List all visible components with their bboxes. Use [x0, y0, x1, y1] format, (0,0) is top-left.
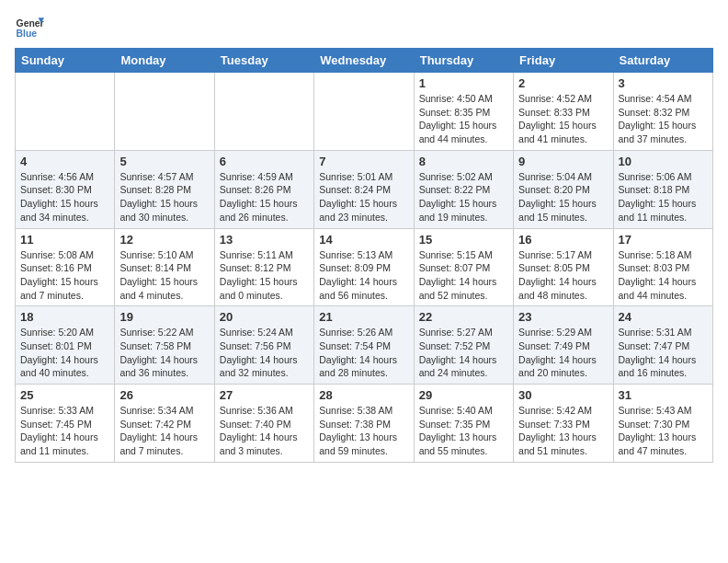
- day-detail: Sunrise: 5:17 AMSunset: 8:05 PMDaylight:…: [518, 248, 608, 303]
- calendar-cell: 2Sunrise: 4:52 AMSunset: 8:33 PMDaylight…: [514, 73, 613, 151]
- svg-text:Blue: Blue: [17, 29, 38, 39]
- calendar-table: SundayMondayTuesdayWednesdayThursdayFrid…: [15, 48, 713, 463]
- day-number: 30: [518, 388, 608, 402]
- day-detail: Sunrise: 5:34 AMSunset: 7:42 PMDaylight:…: [119, 404, 209, 458]
- calendar-cell: 25Sunrise: 5:33 AMSunset: 7:45 PMDayligh…: [16, 385, 115, 463]
- day-number: 23: [518, 310, 608, 324]
- day-number: 10: [619, 155, 708, 168]
- day-number: 28: [319, 388, 408, 402]
- calendar-cell: 24Sunrise: 5:31 AMSunset: 7:47 PMDayligh…: [613, 306, 712, 385]
- day-detail: Sunrise: 5:31 AMSunset: 7:47 PMDaylight:…: [619, 326, 708, 380]
- day-number: 13: [220, 233, 309, 247]
- logo-icon: General Blue: [15, 15, 44, 40]
- weekday-header-sunday: Sunday: [16, 49, 115, 73]
- day-detail: Sunrise: 5:36 AMSunset: 7:40 PMDaylight:…: [220, 404, 309, 458]
- day-number: 18: [20, 310, 109, 324]
- day-number: 4: [20, 155, 109, 168]
- calendar-cell: [214, 73, 313, 151]
- calendar-week-row: 4Sunrise: 4:56 AMSunset: 8:30 PMDaylight…: [16, 150, 713, 228]
- day-detail: Sunrise: 5:22 AMSunset: 7:58 PMDaylight:…: [119, 326, 209, 380]
- day-number: 12: [119, 233, 209, 247]
- day-detail: Sunrise: 5:29 AMSunset: 7:49 PMDaylight:…: [518, 326, 608, 380]
- calendar-cell: 10Sunrise: 5:06 AMSunset: 8:18 PMDayligh…: [613, 150, 712, 228]
- calendar-cell: 11Sunrise: 5:08 AMSunset: 8:16 PMDayligh…: [16, 228, 115, 306]
- day-detail: Sunrise: 5:20 AMSunset: 8:01 PMDaylight:…: [20, 326, 109, 380]
- calendar-week-row: 11Sunrise: 5:08 AMSunset: 8:16 PMDayligh…: [16, 228, 713, 306]
- day-number: 31: [619, 388, 708, 402]
- day-detail: Sunrise: 5:24 AMSunset: 7:56 PMDaylight:…: [220, 326, 309, 380]
- calendar-cell: 3Sunrise: 4:54 AMSunset: 8:32 PMDaylight…: [613, 73, 712, 151]
- day-detail: Sunrise: 4:56 AMSunset: 8:30 PMDaylight:…: [20, 170, 109, 224]
- day-detail: Sunrise: 5:13 AMSunset: 8:09 PMDaylight:…: [319, 248, 408, 303]
- calendar-cell: 21Sunrise: 5:26 AMSunset: 7:54 PMDayligh…: [314, 306, 414, 385]
- calendar-cell: 18Sunrise: 5:20 AMSunset: 8:01 PMDayligh…: [16, 306, 115, 385]
- calendar-cell: 15Sunrise: 5:15 AMSunset: 8:07 PMDayligh…: [414, 228, 513, 306]
- day-number: 17: [619, 233, 708, 247]
- day-number: 25: [20, 388, 109, 402]
- calendar-cell: 29Sunrise: 5:40 AMSunset: 7:35 PMDayligh…: [414, 385, 513, 463]
- calendar-cell: 22Sunrise: 5:27 AMSunset: 7:52 PMDayligh…: [414, 306, 513, 385]
- day-number: 8: [419, 155, 508, 168]
- day-number: 27: [220, 388, 309, 402]
- day-detail: Sunrise: 4:57 AMSunset: 8:28 PMDaylight:…: [119, 170, 209, 224]
- calendar-cell: 6Sunrise: 4:59 AMSunset: 8:26 PMDaylight…: [214, 150, 313, 228]
- weekday-header-monday: Monday: [115, 49, 214, 73]
- calendar-cell: [115, 73, 214, 151]
- weekday-header-friday: Friday: [514, 49, 613, 73]
- day-detail: Sunrise: 5:43 AMSunset: 7:30 PMDaylight:…: [619, 404, 708, 458]
- day-detail: Sunrise: 5:08 AMSunset: 8:16 PMDaylight:…: [20, 248, 109, 303]
- day-detail: Sunrise: 5:26 AMSunset: 7:54 PMDaylight:…: [319, 326, 408, 380]
- day-detail: Sunrise: 5:06 AMSunset: 8:18 PMDaylight:…: [619, 170, 708, 224]
- day-number: 5: [119, 155, 209, 168]
- day-detail: Sunrise: 4:54 AMSunset: 8:32 PMDaylight:…: [619, 92, 708, 146]
- calendar-week-row: 25Sunrise: 5:33 AMSunset: 7:45 PMDayligh…: [16, 385, 713, 463]
- calendar-cell: 8Sunrise: 5:02 AMSunset: 8:22 PMDaylight…: [414, 150, 513, 228]
- day-number: 19: [119, 310, 209, 324]
- day-detail: Sunrise: 5:04 AMSunset: 8:20 PMDaylight:…: [518, 170, 608, 224]
- weekday-header-thursday: Thursday: [414, 49, 513, 73]
- day-detail: Sunrise: 5:33 AMSunset: 7:45 PMDaylight:…: [20, 404, 109, 458]
- day-number: 11: [20, 233, 109, 247]
- calendar-cell: 17Sunrise: 5:18 AMSunset: 8:03 PMDayligh…: [613, 228, 712, 306]
- day-number: 2: [518, 76, 608, 90]
- calendar-body: 1Sunrise: 4:50 AMSunset: 8:35 PMDaylight…: [16, 73, 713, 463]
- day-detail: Sunrise: 5:27 AMSunset: 7:52 PMDaylight:…: [419, 326, 508, 380]
- calendar-cell: 5Sunrise: 4:57 AMSunset: 8:28 PMDaylight…: [115, 150, 214, 228]
- calendar-cell: 7Sunrise: 5:01 AMSunset: 8:24 PMDaylight…: [314, 150, 414, 228]
- calendar-cell: 9Sunrise: 5:04 AMSunset: 8:20 PMDaylight…: [514, 150, 613, 228]
- day-detail: Sunrise: 5:10 AMSunset: 8:14 PMDaylight:…: [119, 248, 209, 303]
- calendar-cell: 19Sunrise: 5:22 AMSunset: 7:58 PMDayligh…: [115, 306, 214, 385]
- day-detail: Sunrise: 5:42 AMSunset: 7:33 PMDaylight:…: [518, 404, 608, 458]
- calendar-cell: 14Sunrise: 5:13 AMSunset: 8:09 PMDayligh…: [314, 228, 414, 306]
- day-number: 7: [319, 155, 408, 168]
- calendar-week-row: 18Sunrise: 5:20 AMSunset: 8:01 PMDayligh…: [16, 306, 713, 385]
- day-detail: Sunrise: 5:11 AMSunset: 8:12 PMDaylight:…: [220, 248, 309, 303]
- logo: General Blue: [15, 15, 48, 40]
- day-detail: Sunrise: 4:52 AMSunset: 8:33 PMDaylight:…: [518, 92, 608, 146]
- weekday-header-tuesday: Tuesday: [214, 49, 313, 73]
- weekday-header-wednesday: Wednesday: [314, 49, 414, 73]
- day-detail: Sunrise: 5:15 AMSunset: 8:07 PMDaylight:…: [419, 248, 508, 303]
- page-header: General Blue: [15, 15, 713, 40]
- calendar-week-row: 1Sunrise: 4:50 AMSunset: 8:35 PMDaylight…: [16, 73, 713, 151]
- calendar-cell: [314, 73, 414, 151]
- calendar-header-row: SundayMondayTuesdayWednesdayThursdayFrid…: [16, 49, 713, 73]
- day-number: 9: [518, 155, 608, 168]
- calendar-cell: 28Sunrise: 5:38 AMSunset: 7:38 PMDayligh…: [314, 385, 414, 463]
- day-number: 24: [619, 310, 708, 324]
- day-number: 16: [518, 233, 608, 247]
- day-number: 26: [119, 388, 209, 402]
- calendar-cell: [16, 73, 115, 151]
- day-detail: Sunrise: 5:38 AMSunset: 7:38 PMDaylight:…: [319, 404, 408, 458]
- day-number: 20: [220, 310, 309, 324]
- day-number: 21: [319, 310, 408, 324]
- day-number: 14: [319, 233, 408, 247]
- day-number: 1: [419, 76, 508, 90]
- day-number: 6: [220, 155, 309, 168]
- calendar-cell: 26Sunrise: 5:34 AMSunset: 7:42 PMDayligh…: [115, 385, 214, 463]
- day-detail: Sunrise: 5:01 AMSunset: 8:24 PMDaylight:…: [319, 170, 408, 224]
- calendar-cell: 4Sunrise: 4:56 AMSunset: 8:30 PMDaylight…: [16, 150, 115, 228]
- day-detail: Sunrise: 5:02 AMSunset: 8:22 PMDaylight:…: [419, 170, 508, 224]
- day-detail: Sunrise: 5:40 AMSunset: 7:35 PMDaylight:…: [419, 404, 508, 458]
- calendar-cell: 1Sunrise: 4:50 AMSunset: 8:35 PMDaylight…: [414, 73, 513, 151]
